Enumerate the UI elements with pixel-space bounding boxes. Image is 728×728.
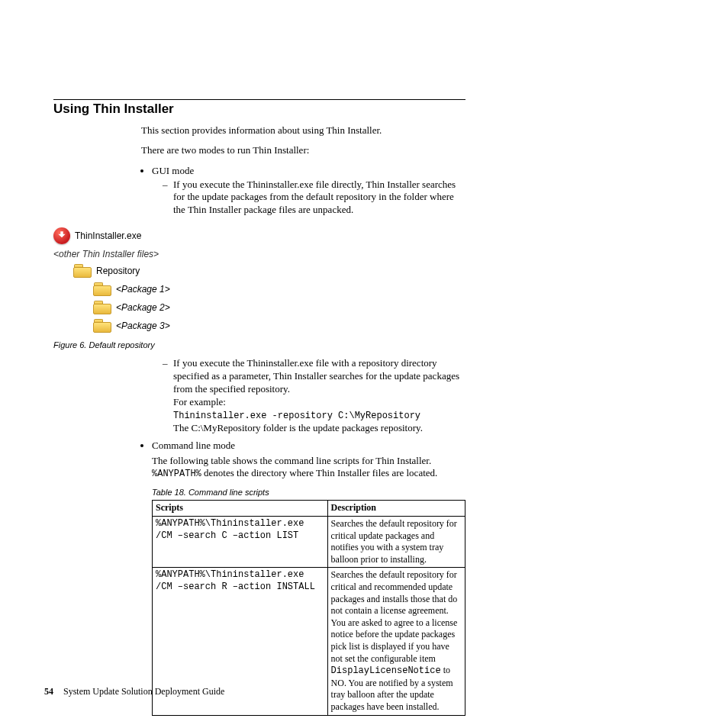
cmd-mode-item: Command line mode The following table sh… xyxy=(152,440,465,715)
document-title: System Update Solution Deployment Guide xyxy=(63,686,224,697)
command-line-scripts-table: Scripts Description %ANYPATH%\Thininstal… xyxy=(152,500,465,715)
fig-exe-label: ThinInstaller.exe xyxy=(75,230,141,241)
fig-repo-row: Repository xyxy=(73,264,465,278)
gui-dash2-example-label: For example: xyxy=(173,396,226,407)
fig-pkg2-row: <Package 2> xyxy=(93,301,465,314)
cmd-mode-label: Command line mode xyxy=(152,440,235,451)
script-cell: %ANYPATH%\Thininstaller.exe /CM –search … xyxy=(153,517,328,568)
description-cell: Searches the default repository for crit… xyxy=(327,568,465,715)
installer-icon xyxy=(53,227,70,244)
page-number: 54 xyxy=(44,686,53,697)
gui-dash2-p2: The C:\MyRepository folder is the update… xyxy=(173,422,423,433)
intro-paragraph-2: There are two modes to run Thin Installe… xyxy=(141,144,465,156)
gui-dash-2: If you execute the Thininstaller.exe fil… xyxy=(163,357,465,435)
page-content: Using Thin Installer This section provid… xyxy=(53,99,465,720)
intro-paragraph-1: This section provides information about … xyxy=(141,124,465,137)
section-heading: Using Thin Installer xyxy=(53,101,465,117)
description-cell: Searches the default repository for crit… xyxy=(327,517,465,568)
r2-code: DisplayLicenseNotice xyxy=(331,665,441,676)
fig-repo-label: Repository xyxy=(96,266,140,276)
figure-caption: Figure 6. Default repository xyxy=(53,340,465,350)
fig-exe-row: ThinInstaller.exe xyxy=(53,227,465,244)
folder-icon xyxy=(93,282,111,296)
cmd-mode-paragraph: The following table shows the command li… xyxy=(152,455,465,480)
fig-other-files: <other Thin Installer files> xyxy=(53,249,465,259)
folder-icon xyxy=(93,319,111,333)
table-header-row: Scripts Description xyxy=(153,501,465,517)
cmd-p1-b: denotes the directory where Thin Install… xyxy=(201,467,437,478)
folder-icon xyxy=(73,264,92,278)
col-scripts-header: Scripts xyxy=(153,501,328,517)
cmd-p1-a: The following table shows the command li… xyxy=(152,455,431,466)
gui-mode-item: GUI mode If you execute the Thininstalle… xyxy=(152,165,465,217)
body-indent: This section provides information about … xyxy=(141,124,465,217)
r2-desc-a: Searches the default repository for crit… xyxy=(331,569,458,663)
fig-pkg3-row: <Package 3> xyxy=(93,319,465,333)
folder-icon xyxy=(93,301,111,314)
mode-list: GUI mode If you execute the Thininstalle… xyxy=(141,165,465,217)
table-caption: Table 18. Command line scripts xyxy=(152,488,465,497)
gui-dash2-p1: If you execute the Thininstaller.exe fil… xyxy=(173,357,459,395)
fig-pkg2-label: <Package 2> xyxy=(116,302,170,313)
table-row: %ANYPATH%\Thininstaller.exe /CM –search … xyxy=(153,517,465,568)
col-description-header: Description xyxy=(327,501,465,517)
fig-pkg1-row: <Package 1> xyxy=(93,282,465,296)
fig-pkg3-label: <Package 3> xyxy=(116,321,170,331)
cmd-anypath: %ANYPATH% xyxy=(152,469,201,479)
page-footer: 54 System Update Solution Deployment Gui… xyxy=(44,686,224,697)
figure-default-repository: ThinInstaller.exe <other Thin Installer … xyxy=(53,227,465,350)
fig-pkg1-label: <Package 1> xyxy=(116,284,170,295)
gui-mode-label: GUI mode xyxy=(152,165,194,176)
gui-dash2-command: Thininstaller.exe -repository C:\MyRepos… xyxy=(173,411,420,421)
gui-dash-1: If you execute the Thininstaller.exe fil… xyxy=(163,179,465,217)
body-indent-2: If you execute the Thininstaller.exe fil… xyxy=(141,357,465,715)
section-rule xyxy=(53,99,465,100)
